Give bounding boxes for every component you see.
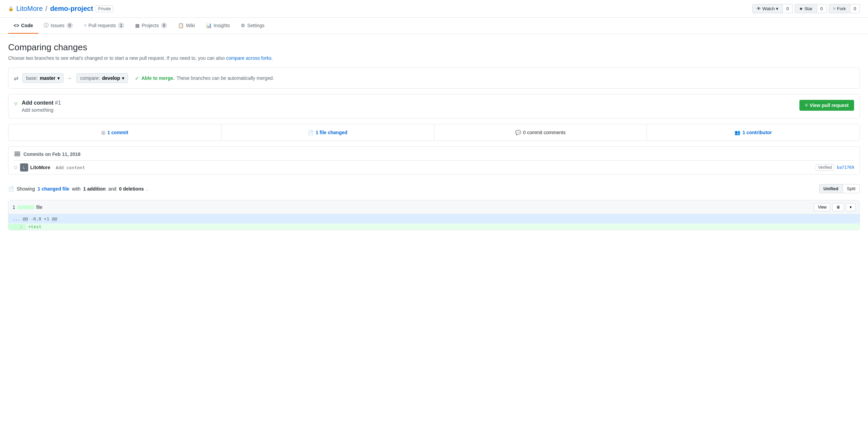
file-stat-icon: 📄: [308, 130, 313, 135]
compare-forks-link[interactable]: compare across forks: [226, 55, 272, 61]
star-group: ★ Star 0: [795, 4, 827, 13]
commits-date-label: Commits on Feb 11, 2018: [23, 151, 80, 157]
compare-branch-value: develop: [102, 75, 120, 81]
merge-status: ✓ Able to merge. These branches can be a…: [135, 75, 274, 82]
stat-contributors: 👥 1 contributor: [647, 124, 860, 141]
pr-card: ⑂ Add content #1 Add something ⑂ View pu…: [8, 94, 860, 119]
commits-count-link[interactable]: 1 commit: [107, 130, 128, 135]
diff-header-left: 📄 Showing 1 changed file with 1 addition…: [8, 186, 148, 192]
stat-comments: 💬 0 commit comments: [434, 124, 647, 141]
tab-pull-requests[interactable]: ⑂ Pull requests 1: [78, 18, 130, 34]
stats-bar: ◎ 1 commit 📄 1 file changed 💬 0 commit c…: [8, 124, 860, 141]
commit-sha-link[interactable]: ba71769: [837, 165, 854, 170]
fork-group: ⑂ Fork 0: [829, 4, 860, 13]
settings-icon: ⚙: [241, 23, 245, 28]
pr-title: Add content #1: [22, 100, 61, 106]
display-toggle-button[interactable]: 🖥: [832, 203, 844, 211]
merge-status-text: Able to merge.: [141, 75, 174, 81]
tab-code[interactable]: <> Code: [8, 18, 38, 34]
commit-author-link[interactable]: LitoMore: [30, 165, 50, 170]
split-view-button[interactable]: Split: [843, 184, 860, 193]
page-description: Choose two branches to see what's change…: [8, 55, 860, 61]
tab-insights[interactable]: 📊 Insights: [200, 18, 235, 34]
repo-name[interactable]: demo-project: [50, 5, 93, 13]
repo-owner[interactable]: LitoMore: [16, 5, 43, 13]
file-diff-name: 1 file: [13, 204, 42, 210]
pr-subtitle: Add something: [22, 107, 61, 113]
fork-label: Fork: [837, 6, 846, 11]
diff-line-content-added: +test: [25, 223, 860, 230]
diff-line-added: 1 +test: [8, 223, 860, 230]
unified-view-button[interactable]: Unified: [819, 184, 843, 193]
tab-issues[interactable]: ⓘ Issues 0: [38, 18, 78, 34]
commit-avatar: L: [20, 163, 28, 172]
insights-icon: 📊: [206, 23, 212, 28]
tab-settings[interactable]: ⚙ Settings: [235, 18, 270, 34]
check-icon: ✓: [135, 75, 139, 82]
tab-projects[interactable]: ▦ Projects 0: [130, 18, 173, 34]
calendar-icon: [14, 151, 21, 158]
commit-stat-icon: ◎: [101, 130, 105, 135]
nav-tabs: <> Code ⓘ Issues 0 ⑂ Pull requests 1 ▦ P…: [0, 18, 868, 34]
collapse-button[interactable]: ▾: [846, 203, 855, 211]
tab-insights-label: Insights: [214, 23, 230, 28]
file-count-label: 1: [13, 204, 15, 210]
pr-info: ⑂ Add content #1 Add something: [14, 100, 61, 113]
star-count: 0: [817, 4, 827, 13]
pr-badge: 1: [118, 22, 124, 29]
view-pr-icon: ⑂: [805, 103, 808, 108]
hunk-header-text: @@ -0,0 +1 @@: [23, 216, 57, 221]
star-icon: ★: [799, 6, 803, 11]
file-diff: 1 file View 🖥 ▾ ... @@ -0,0 +1 @@ 1 +tes…: [8, 200, 860, 230]
view-pr-label: View pull request: [810, 103, 849, 108]
commits-date-header: Commits on Feb 11, 2018: [14, 147, 854, 160]
fork-button[interactable]: ⑂ Fork: [829, 4, 850, 13]
tab-code-label: Code: [21, 23, 33, 28]
contributors-count-link[interactable]: 1 contributor: [742, 130, 772, 135]
file-diff-actions: View 🖥 ▾: [814, 203, 855, 211]
view-pr-button[interactable]: ⑂ View pull request: [799, 100, 854, 111]
and-text: and: [108, 186, 116, 192]
page-desc-text: Choose two branches to see what's change…: [8, 55, 225, 61]
watch-label: Watch: [762, 6, 775, 11]
watch-button[interactable]: 👁 Watch ▾: [752, 4, 783, 13]
main-content: Comparing changes Choose two branches to…: [0, 34, 868, 238]
diff-line-num-added: 1: [8, 224, 25, 230]
base-branch-select[interactable]: base: master ▾: [22, 73, 64, 83]
changed-file-count-link[interactable]: 1 changed file: [38, 186, 69, 192]
projects-badge: 0: [161, 22, 167, 29]
repo-header: 🔒 LitoMore / demo-project Private 👁 Watc…: [0, 0, 868, 18]
lock-icon: 🔒: [8, 6, 14, 11]
tab-wiki-label: Wiki: [186, 23, 195, 28]
compare-branch-select[interactable]: compare: develop ▾: [76, 73, 128, 83]
stat-files: 📄 1 file changed: [221, 124, 434, 141]
file-diff-header: 1 file View 🖥 ▾: [8, 200, 860, 214]
diff-view-buttons: Unified Split: [819, 184, 860, 193]
pr-title-text: Add content: [22, 100, 53, 106]
additions-count: 1 addition: [83, 186, 106, 192]
with-text: with: [72, 186, 80, 192]
commit-row: L LitoMore Add content Verified ba71769: [14, 160, 854, 174]
contributor-stat-icon: 👥: [735, 130, 740, 135]
expand-dots[interactable]: ...: [13, 217, 20, 221]
merge-status-sub: These branches can be automatically merg…: [177, 75, 274, 81]
code-icon: <>: [14, 23, 19, 28]
comment-stat-icon: 💬: [515, 130, 521, 135]
arrow-right-icon: ←: [68, 75, 72, 81]
files-count-link[interactable]: 1 file changed: [315, 130, 347, 135]
repo-title: 🔒 LitoMore / demo-project Private: [8, 5, 113, 13]
tab-pr-label: Pull requests: [89, 23, 116, 28]
issues-icon: ⓘ: [44, 22, 49, 29]
view-file-button[interactable]: View: [814, 203, 830, 211]
pr-icon: ⑂: [84, 23, 87, 28]
tab-settings-label: Settings: [247, 23, 265, 28]
tab-wiki[interactable]: 📋 Wiki: [173, 18, 200, 34]
repo-actions: 👁 Watch ▾ 0 ★ Star 0 ⑂ Fork 0: [752, 4, 860, 13]
compare-arrows-icon: ⇄: [14, 75, 18, 82]
private-badge: Private: [96, 5, 113, 12]
diff-section-header: 📄 Showing 1 changed file with 1 addition…: [8, 180, 860, 197]
file-additions-bar: [17, 205, 34, 209]
star-button[interactable]: ★ Star: [795, 4, 817, 13]
pr-open-icon: ⑂: [14, 101, 18, 108]
comments-count: 0 commit comments: [523, 130, 565, 135]
